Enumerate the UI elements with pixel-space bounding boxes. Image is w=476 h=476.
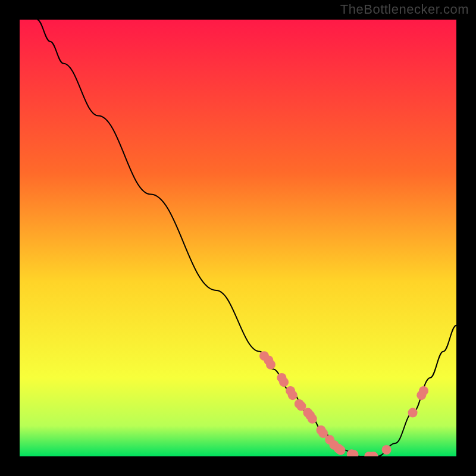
data-marker (419, 386, 428, 396)
plot-area (20, 20, 456, 456)
data-marker (308, 414, 317, 424)
chart-svg (20, 20, 456, 456)
data-marker (288, 390, 298, 400)
data-marker (408, 408, 418, 418)
data-marker (279, 377, 289, 387)
watermark-text: TheBottlenecker.com (340, 2, 469, 17)
gradient-background (20, 20, 456, 456)
data-marker (382, 445, 392, 455)
chart-frame: TheBottlenecker.com (0, 0, 476, 476)
data-marker (336, 446, 346, 455)
data-marker (266, 360, 275, 369)
